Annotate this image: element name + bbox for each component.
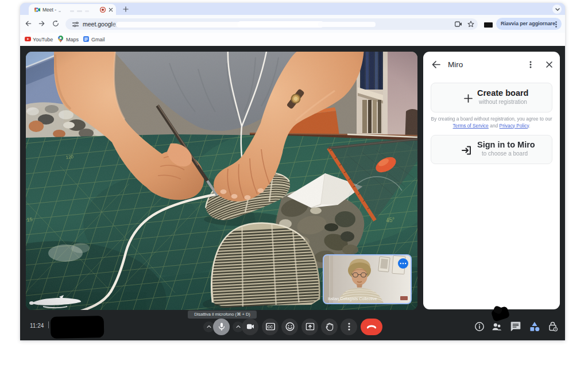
svg-text:CC: CC (267, 325, 273, 329)
svg-text:Italian Collagists Collective: Italian Collagists Collective (328, 296, 377, 301)
